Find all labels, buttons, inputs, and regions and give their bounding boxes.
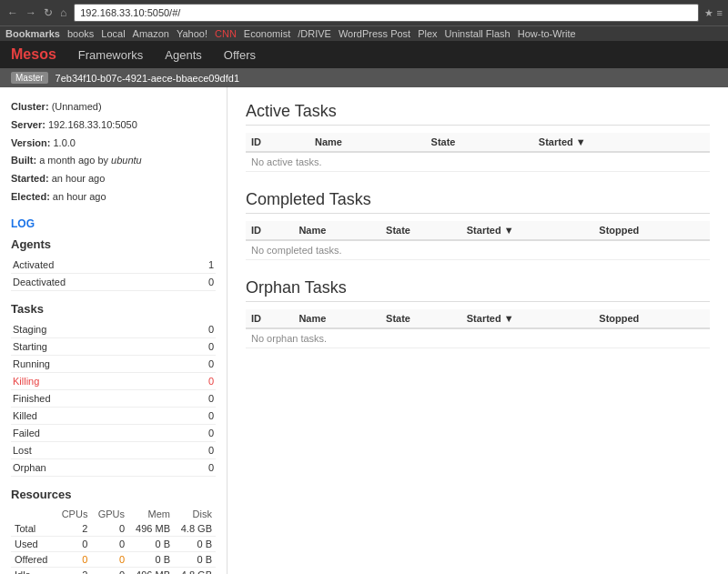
- table-row: Finished 0: [11, 389, 216, 407]
- killed-label: Killed: [11, 407, 178, 424]
- table-row: Offered 0 0 0 B 0 B: [11, 551, 216, 567]
- table-row: No active tasks.: [246, 152, 710, 172]
- nav-agents[interactable]: Agents: [165, 48, 201, 62]
- bookmark-local[interactable]: Local: [101, 28, 125, 39]
- active-tasks-table: ID Name State Started ▼ No active tasks.: [246, 133, 710, 172]
- table-row: Killing 0: [11, 372, 216, 389]
- started-value: an hour ago: [52, 173, 106, 184]
- completed-col-state[interactable]: State: [380, 221, 461, 240]
- bookmark-plex[interactable]: Plex: [418, 28, 437, 39]
- bookmark-how-to-write[interactable]: How-to-Write: [518, 28, 576, 39]
- table-row: No completed tasks.: [246, 240, 710, 260]
- idle-cpus: 2: [55, 567, 91, 574]
- active-tasks-section: Active Tasks ID Name State Started ▼ No …: [246, 102, 710, 172]
- bookmark-wordpress[interactable]: WordPress Post: [339, 28, 410, 39]
- orphan-col-started[interactable]: Started ▼: [461, 309, 594, 328]
- menu-button[interactable]: ≡: [717, 7, 723, 19]
- staging-label: Staging: [11, 321, 178, 338]
- browser-controls: ← → ↻ ⌂: [5, 6, 68, 19]
- failed-label: Failed: [11, 424, 178, 441]
- bookmarks-bar: Bookmarks books Local Amazon Yahoo! CNN …: [0, 25, 728, 41]
- bookmark-yahoo[interactable]: Yahoo!: [177, 28, 207, 39]
- orphan-col-id[interactable]: ID: [246, 309, 293, 328]
- lost-label: Lost: [11, 441, 178, 458]
- killed-value: 0: [178, 407, 216, 424]
- active-col-id[interactable]: ID: [246, 133, 309, 152]
- star-button[interactable]: ★: [704, 7, 713, 19]
- nav-frameworks[interactable]: Frameworks: [78, 48, 144, 62]
- orphan-col-state[interactable]: State: [380, 309, 461, 328]
- orphan-tasks-header-row: ID Name State Started ▼ Stopped: [246, 309, 710, 328]
- orphan-col-stopped[interactable]: Stopped: [593, 309, 710, 328]
- version-value: 1.0.0: [53, 137, 75, 148]
- resources-col-gpus: GPUs: [91, 507, 128, 521]
- completed-tasks-title: Completed Tasks: [246, 190, 710, 214]
- table-row: Starting 0: [11, 337, 216, 355]
- bookmark-economist[interactable]: Economist: [244, 28, 290, 39]
- offered-gpus: 0: [91, 551, 128, 567]
- built-value: a month ago by: [39, 155, 108, 166]
- active-col-started[interactable]: Started ▼: [533, 133, 710, 152]
- orphan-label: Orphan: [11, 458, 178, 476]
- active-no-data: No active tasks.: [246, 152, 710, 172]
- idle-gpus: 0: [91, 567, 128, 574]
- address-bar[interactable]: [74, 4, 698, 22]
- content-area: Active Tasks ID Name State Started ▼ No …: [228, 87, 728, 574]
- bookmark-amazon[interactable]: Amazon: [133, 28, 169, 39]
- running-value: 0: [178, 355, 216, 372]
- bookmark-uninstall-flash[interactable]: Uninstall Flash: [445, 28, 511, 39]
- bookmark-drive[interactable]: /DRIVE: [298, 28, 331, 39]
- table-row: No orphan tasks.: [246, 328, 710, 348]
- back-button[interactable]: ←: [5, 6, 20, 19]
- resources-heading: Resources: [11, 488, 216, 501]
- lost-value: 0: [178, 441, 216, 458]
- agents-heading: Agents: [11, 237, 216, 251]
- sidebar-info: Cluster: (Unnamed) Server: 192.168.33.10…: [11, 98, 216, 206]
- finished-value: 0: [178, 389, 216, 407]
- table-row: Total 2 0 496 MB 4.8 GB: [11, 521, 216, 537]
- used-gpus: 0: [91, 536, 128, 551]
- used-mem: 0 B: [128, 536, 174, 551]
- started-label: Started:: [11, 173, 49, 184]
- server-label: Server:: [11, 119, 46, 130]
- resources-col-mem: Mem: [128, 507, 174, 521]
- table-row: Orphan 0: [11, 458, 216, 476]
- refresh-button[interactable]: ↻: [42, 6, 55, 19]
- home-button[interactable]: ⌂: [58, 6, 68, 19]
- offered-cpus: 0: [55, 551, 91, 567]
- orphan-col-name[interactable]: Name: [293, 309, 380, 328]
- table-row: Lost 0: [11, 441, 216, 458]
- master-badge: Master: [11, 72, 48, 84]
- bookmark-books[interactable]: books: [67, 28, 94, 39]
- built-user: ubuntu: [111, 155, 142, 166]
- orphan-tasks-table: ID Name State Started ▼ Stopped No orpha…: [246, 309, 710, 348]
- completed-col-id[interactable]: ID: [246, 221, 293, 240]
- completed-tasks-section: Completed Tasks ID Name State Started ▼ …: [246, 190, 710, 260]
- table-row: Failed 0: [11, 424, 216, 441]
- used-cpus: 0: [55, 536, 91, 551]
- log-link[interactable]: LOG: [11, 217, 216, 230]
- killing-label: Killing: [11, 372, 178, 389]
- orphan-tasks-section: Orphan Tasks ID Name State Started ▼ Sto…: [246, 278, 710, 348]
- idle-mem: 496 MB: [128, 567, 174, 574]
- table-row: Running 0: [11, 355, 216, 372]
- completed-col-name[interactable]: Name: [293, 221, 380, 240]
- nav-offers[interactable]: Offers: [224, 48, 256, 62]
- active-col-state[interactable]: State: [426, 133, 533, 152]
- bookmark-cnn[interactable]: CNN: [215, 28, 237, 39]
- version-label: Version:: [11, 137, 50, 148]
- active-col-name[interactable]: Name: [309, 133, 426, 152]
- completed-col-stopped[interactable]: Stopped: [593, 221, 710, 240]
- completed-col-started[interactable]: Started ▼: [461, 221, 594, 240]
- forward-button[interactable]: →: [24, 6, 38, 19]
- master-bar: Master 7eb34f10-b07c-4921-aece-bbaece09d…: [0, 68, 728, 87]
- browser-actions: ★ ≡: [704, 7, 723, 19]
- resources-table: CPUs GPUs Mem Disk Total 2 0 496 MB 4.8 …: [11, 507, 216, 574]
- resources-col-label: [11, 507, 55, 521]
- used-label: Used: [11, 536, 55, 551]
- resources-header-row: CPUs GPUs Mem Disk: [11, 507, 216, 521]
- failed-value: 0: [178, 424, 216, 441]
- used-disk: 0 B: [174, 536, 216, 551]
- idle-label: Idle: [11, 567, 55, 574]
- activated-value: 1: [187, 257, 216, 274]
